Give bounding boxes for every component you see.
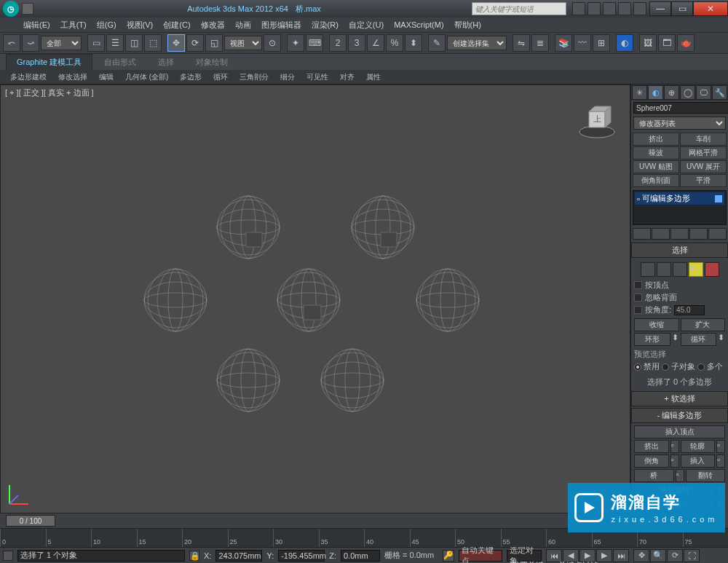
menu-help[interactable]: 帮助(H): [450, 18, 486, 32]
by-vertex-checkbox[interactable]: [634, 281, 642, 289]
z-coord-input[interactable]: 0.0mm: [341, 550, 380, 562]
undo-button[interactable]: ⤺: [3, 34, 20, 52]
menu-group[interactable]: 组(G): [92, 18, 121, 32]
maxtoggle-icon[interactable]: ⛶: [684, 549, 700, 562]
lock-selection-icon[interactable]: 🔒: [189, 551, 199, 561]
zoom-icon[interactable]: 🔍: [650, 549, 666, 562]
stack-item-editable-poly[interactable]: ▫可编辑多边形: [635, 192, 724, 205]
grow-button[interactable]: 扩大: [681, 318, 726, 331]
select-name-button[interactable]: ☰: [106, 34, 124, 52]
select-button[interactable]: ▭: [87, 34, 105, 52]
render-button[interactable]: 🫖: [677, 34, 695, 52]
ribbon-sub-item[interactable]: 多边形: [175, 71, 206, 83]
remove-mod-icon[interactable]: [689, 228, 708, 240]
element-subobj-icon[interactable]: [705, 262, 719, 277]
autokey-button[interactable]: 自动关键点: [459, 550, 502, 562]
script-button[interactable]: [3, 551, 13, 561]
pin-stack-icon[interactable]: [633, 228, 651, 240]
mod-uvwmap-button[interactable]: UVW 贴图: [633, 160, 679, 173]
layers-button[interactable]: 📚: [555, 34, 572, 52]
named-selection-dropdown[interactable]: 创建选择集: [447, 36, 507, 50]
scale-button[interactable]: ◱: [205, 34, 223, 52]
sphere-object[interactable]: [143, 267, 208, 333]
sphere-object[interactable]: [320, 347, 385, 413]
outline-button[interactable]: 轮廓: [681, 440, 716, 453]
modifier-list-dropdown[interactable]: 修改器列表: [633, 117, 726, 130]
menu-rendering[interactable]: 渲染(R): [307, 18, 343, 32]
select-region-button[interactable]: ◫: [125, 34, 143, 52]
preview-off-radio[interactable]: [634, 363, 641, 371]
ribbon-sub-item[interactable]: 编辑: [95, 71, 118, 83]
extrude-button[interactable]: 挤出: [634, 440, 669, 453]
ignore-backfacing-checkbox[interactable]: [634, 294, 642, 302]
menu-edit[interactable]: 编辑(E): [19, 18, 55, 32]
modifier-stack[interactable]: ▫可编辑多边形: [633, 190, 727, 225]
ribbon-sub-item[interactable]: 可见性: [302, 71, 333, 83]
angle-spinner[interactable]: [674, 305, 705, 315]
mod-bevelprofile-button[interactable]: 倒角剖面: [633, 174, 679, 187]
curve-editor-button[interactable]: 〰: [574, 34, 591, 52]
ribbon-sub-item[interactable]: 细分: [276, 71, 299, 83]
menu-tools[interactable]: 工具(T): [56, 18, 91, 32]
refcoord-dropdown[interactable]: 视图: [224, 36, 262, 50]
mod-lathe-button[interactable]: 车削: [680, 133, 727, 146]
outline-settings-icon[interactable]: ▫: [716, 440, 725, 453]
inset-settings-icon[interactable]: ▫: [716, 454, 725, 468]
align-button[interactable]: ≣: [531, 34, 549, 52]
ring-spinner[interactable]: ⬍: [672, 333, 679, 346]
loop-spinner[interactable]: ⬍: [718, 333, 725, 346]
display-tab-icon[interactable]: 🖵: [696, 85, 711, 100]
menu-view[interactable]: 视图(V): [122, 18, 158, 32]
selection-lock-button[interactable]: ✎: [428, 34, 446, 52]
orbit-icon[interactable]: ⟳: [667, 549, 683, 562]
rollout-softselection[interactable]: + 软选择: [631, 391, 728, 406]
modify-tab-icon[interactable]: ◐: [648, 85, 663, 100]
percent-snap-button[interactable]: %: [386, 34, 403, 52]
mod-smooth-button[interactable]: 平滑: [680, 174, 727, 187]
ribbon-sub-item[interactable]: 属性: [362, 71, 385, 83]
snap-2d-button[interactable]: 2: [329, 34, 347, 52]
bevel-settings-icon[interactable]: ▫: [670, 454, 679, 468]
bevel-button[interactable]: 倒角: [634, 454, 669, 468]
object-name-input[interactable]: [633, 102, 728, 114]
configure-icon[interactable]: [708, 228, 727, 240]
utilities-tab-icon[interactable]: 🔧: [712, 85, 727, 100]
close-button[interactable]: ✕: [693, 1, 728, 16]
render-setup-button[interactable]: 🖼: [639, 34, 657, 52]
rollout-editpoly[interactable]: - 编辑多边形: [631, 408, 728, 423]
pan-icon[interactable]: ✥: [633, 549, 649, 562]
exchange-icon[interactable]: [618, 2, 631, 15]
insert-vertex-button[interactable]: 插入顶点: [634, 425, 725, 438]
ribbon-sub-item[interactable]: 几何体 (全部): [121, 71, 173, 83]
isolate-icon[interactable]: 🔑: [443, 550, 454, 562]
snap-3d-button[interactable]: 3: [348, 34, 365, 52]
redo-button[interactable]: ⤻: [22, 34, 39, 52]
ribbon-tab-graphite[interactable]: Graphite 建模工具: [6, 54, 92, 70]
inset-button[interactable]: 插入: [681, 454, 716, 468]
pivot-button[interactable]: ⊙: [264, 34, 281, 52]
mod-uvwunwrap-button[interactable]: UVW 展开: [680, 160, 727, 173]
by-angle-checkbox[interactable]: [634, 306, 642, 314]
shrink-button[interactable]: 收缩: [634, 318, 679, 331]
preview-multi-radio[interactable]: [697, 363, 705, 371]
ribbon-tab-selection[interactable]: 选择: [148, 55, 184, 70]
menu-animation[interactable]: 动画: [231, 18, 256, 32]
bridge-settings-icon[interactable]: ▫: [676, 469, 684, 482]
menu-create[interactable]: 创建(C): [159, 18, 194, 32]
motion-tab-icon[interactable]: ◯: [680, 85, 695, 100]
rendered-frame-button[interactable]: 🗔: [658, 34, 676, 52]
app-logo-icon[interactable]: ◷: [3, 1, 19, 17]
star-icon[interactable]: [587, 2, 601, 15]
infocenter-icon[interactable]: [572, 2, 585, 15]
show-end-icon[interactable]: [652, 228, 670, 240]
goto-end-icon[interactable]: ⏭: [613, 549, 629, 562]
bridge-button[interactable]: 桥: [634, 469, 674, 482]
vertex-subobj-icon[interactable]: [641, 262, 655, 277]
sphere-object[interactable]: [276, 267, 341, 333]
x-coord-input[interactable]: 243.075mm: [215, 550, 262, 562]
move-button[interactable]: ✥: [167, 34, 185, 52]
material-editor-button[interactable]: ◐: [616, 34, 633, 52]
ring-button[interactable]: 环形: [634, 333, 670, 346]
sphere-object[interactable]: [350, 194, 416, 260]
unique-icon[interactable]: [670, 228, 689, 240]
